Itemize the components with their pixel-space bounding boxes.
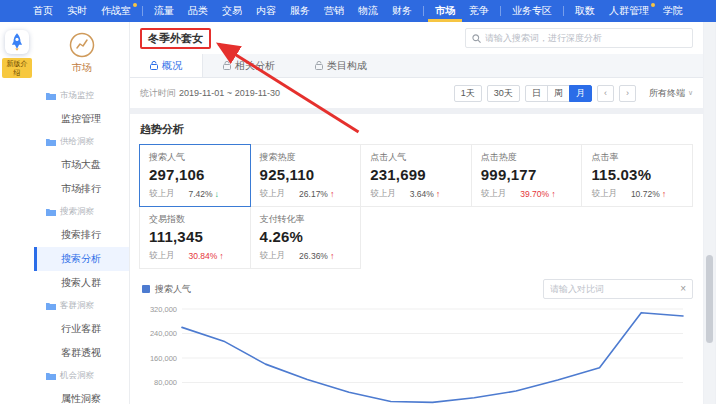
metric-card-payment-conversion[interactable]: 支付转化率 4.26% 较上月 26.36%↑ [250, 206, 362, 269]
nav-item-competition[interactable]: 竞争 [462, 0, 496, 22]
trend-panel: 趋势分析 搜索人气 297,106 较上月 7.42%↓ 搜索热度 925,11… [130, 114, 703, 404]
nav-item-academy[interactable]: 学院 [656, 0, 690, 22]
prev-period-button[interactable]: ‹ [597, 85, 614, 102]
delta-up-icon: ↑ [436, 189, 441, 199]
range-button-30days[interactable]: 30天 [487, 85, 520, 102]
svg-text:160,000: 160,000 [150, 354, 177, 363]
analyzed-keyword: 冬季外套女 [140, 28, 211, 49]
metric-card-click-popularity[interactable]: 点击人气 231,699 较上月 3.64%↑ [360, 144, 472, 207]
sidebar-group-supply-insight[interactable]: 供给洞察 [34, 131, 129, 153]
nav-item-business-zone[interactable]: 业务专区 [505, 0, 559, 22]
metric-card-transaction-index[interactable]: 交易指数 111,345 较上月 30.84%↑ [139, 206, 251, 269]
sidebar-group-customer-insight[interactable]: 客群洞察 [34, 295, 129, 317]
delta-up-icon: ↑ [662, 189, 667, 199]
trend-line-chart: 080,000160,000240,000320,0002018-112018-… [140, 301, 693, 404]
compare-word-input[interactable] [550, 284, 676, 294]
lock-icon [150, 61, 158, 70]
folder-icon [46, 138, 56, 146]
folder-icon [46, 372, 56, 380]
next-period-button[interactable]: › [619, 85, 636, 102]
keyword-search-box[interactable] [465, 28, 693, 48]
tab-overview[interactable]: 概况 [130, 54, 203, 77]
nav-item-finance[interactable]: 财务 [385, 0, 419, 22]
sidebar-item-market-ranking[interactable]: 市场排行 [34, 177, 129, 201]
svg-text:320,000: 320,000 [150, 305, 177, 314]
nav-item-data-extract[interactable]: 取数 [568, 0, 602, 22]
clear-icon[interactable]: × [680, 284, 686, 294]
sidebar-item-customer-perspective[interactable]: 客群透视 [34, 341, 129, 365]
granularity-month-button[interactable]: 月 [569, 85, 592, 102]
sidebar-item-search-analysis[interactable]: 搜索分析 [34, 247, 129, 271]
nav-item-content[interactable]: 内容 [249, 0, 283, 22]
nav-item-home[interactable]: 首页 [26, 0, 60, 22]
nav-item-war-room[interactable]: 作战室 [94, 0, 138, 22]
range-button-1day[interactable]: 1天 [454, 85, 482, 102]
granularity-week-button[interactable]: 周 [547, 85, 570, 102]
main-content: 冬季外套女 概况 相关分析 类目构成 [130, 22, 716, 404]
sidebar-item-attribute-insight[interactable]: 属性洞察 [34, 387, 129, 404]
search-icon [472, 34, 481, 43]
sidebar-item-market-overview[interactable]: 市场大盘 [34, 153, 129, 177]
nav-item-realtime[interactable]: 实时 [60, 0, 94, 22]
nav-item-traffic[interactable]: 流量 [147, 0, 181, 22]
sidebar-group-search-insight[interactable]: 搜索洞察 [34, 201, 129, 223]
rocket-icon [10, 33, 24, 51]
metric-card-click-heat[interactable]: 点击热度 999,177 较上月 39.70%↑ [471, 144, 583, 207]
nav-item-logistics[interactable]: 物流 [351, 0, 385, 22]
metric-card-search-heat[interactable]: 搜索热度 925,110 较上月 26.17%↑ [250, 144, 362, 207]
folder-icon [46, 92, 56, 100]
stat-time: 统计时间2019-11-01 ~ 2019-11-30 [140, 87, 280, 100]
scrollbar [704, 22, 715, 404]
rocket-badge[interactable]: 新版介绍 [2, 58, 32, 78]
granularity-day-button[interactable]: 日 [525, 85, 548, 102]
nav-item-crowd-management[interactable]: 人群管理 [602, 0, 656, 22]
sidebar-brand[interactable]: 市场 [34, 22, 129, 85]
granularity-group: 日 周 月 [525, 85, 592, 102]
delta-up-icon: ↑ [330, 189, 335, 199]
sidebar-item-search-ranking[interactable]: 搜索排行 [34, 223, 129, 247]
sidebar-item-search-crowd[interactable]: 搜索人群 [34, 271, 129, 295]
lock-icon [315, 61, 323, 70]
sidebar: 市场 市场监控 监控管理 供给洞察 市场大盘 市场排行 搜索洞察 搜索排行 搜索… [34, 22, 130, 404]
sidebar-brand-label: 市场 [72, 61, 92, 75]
lock-icon [223, 61, 231, 70]
tab-related-analysis[interactable]: 相关分析 [203, 54, 295, 77]
stat-time-value: 2019-11-01 ~ 2019-11-30 [179, 88, 280, 98]
delta-up-icon: ↑ [330, 251, 335, 261]
chevron-down-icon: ∨ [688, 89, 693, 97]
metric-card-click-rate[interactable]: 点击率 115.03% 较上月 10.72%↑ [581, 144, 693, 207]
legend-marker [142, 285, 150, 293]
new-feature-dot [651, 3, 655, 7]
folder-icon [46, 208, 56, 216]
tab-category-composition[interactable]: 类目构成 [295, 54, 387, 77]
nav-item-marketing[interactable]: 营销 [317, 0, 351, 22]
nav-item-transaction[interactable]: 交易 [215, 0, 249, 22]
folder-icon [46, 302, 56, 310]
delta-up-icon: ↑ [551, 189, 556, 199]
svg-text:240,000: 240,000 [150, 329, 177, 338]
terminal-dropdown[interactable]: 所有终端 ∨ [649, 87, 693, 100]
assistant-rocket-button[interactable] [5, 30, 29, 54]
sidebar-group-opportunity-insight[interactable]: 机会洞察 [34, 365, 129, 387]
search-input[interactable] [485, 33, 686, 43]
nav-divider [563, 6, 564, 16]
tab-bar: 概况 相关分析 类目构成 [130, 54, 703, 78]
nav-item-category[interactable]: 品类 [181, 0, 215, 22]
nav-divider [142, 6, 143, 16]
metric-card-search-popularity[interactable]: 搜索人气 297,106 较上月 7.42%↓ [139, 144, 251, 207]
legend-search-popularity[interactable]: 搜索人气 [140, 283, 191, 296]
nav-divider [500, 6, 501, 16]
scrollbar-thumb[interactable] [706, 255, 713, 343]
svg-text:80,000: 80,000 [154, 378, 177, 387]
nav-item-market[interactable]: 市场 [428, 0, 462, 22]
chart-section: 搜索人气 × 080,000160,000240,000320,0002018-… [140, 279, 693, 404]
new-feature-dot [133, 3, 137, 7]
metric-cards: 搜索人气 297,106 较上月 7.42%↓ 搜索热度 925,110 较上月… [140, 145, 693, 269]
sidebar-group-market-monitoring[interactable]: 市场监控 [34, 85, 129, 107]
sidebar-item-monitoring-management[interactable]: 监控管理 [34, 107, 129, 131]
sidebar-item-industry-customers[interactable]: 行业客群 [34, 317, 129, 341]
date-controls: 1天 30天 日 周 月 ‹ › 所有终端 ∨ [454, 85, 693, 102]
trend-title: 趋势分析 [140, 122, 693, 137]
nav-item-service[interactable]: 服务 [283, 0, 317, 22]
toolbar: 统计时间2019-11-01 ~ 2019-11-30 1天 30天 日 周 月… [130, 78, 703, 108]
